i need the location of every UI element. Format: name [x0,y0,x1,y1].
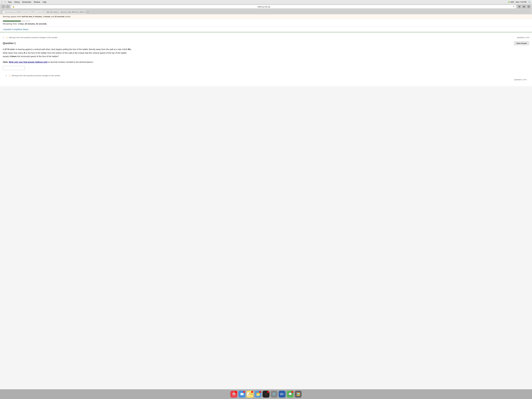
dock-badge-calendar: ! [235,391,237,393]
save-answer-button[interactable]: Save Answer [514,41,529,45]
warning-banner: Warnings appear when half the time, 5 mi… [0,14,532,19]
dock-item-gear[interactable]: ⚙️ [271,391,278,398]
remaining-time-value: 1 hour, 26 minutes, 52 seconds. [18,23,47,25]
tab-bar: a/bbcswebdav/pid-2356884-dt-content-rid-… [1,9,531,13]
question-header-right: Save Answer [514,41,529,45]
question-line2: Write down how many [3,52,24,54]
dock-item-music[interactable]: ♫ 3 [263,391,269,398]
question-line3-prefix: equals [3,55,9,57]
battery-icon: 🔋 [508,1,510,3]
question-body-prefix: A [3,48,5,51]
menu-bar-left:  t View History Bookmarks Window Help [2,1,46,3]
dock-item-notes[interactable]: 📝 JUL 1 [247,391,253,398]
question-bold4: 3 times [9,55,17,57]
new-tab-button[interactable]: ⊞ [522,5,526,9]
tab-title: Take Test: Exam-2 – (Summer_2020_MATH101… [46,11,86,13]
address-bar[interactable] [16,6,512,8]
note-label: Note [3,61,8,63]
tab-url: a/bbcswebdav/pid-2356884-dt-content-rid-… [4,11,44,13]
browser-right-buttons: ⬆ ⊞ ☰ [517,5,531,9]
note-underline-text: Write only your final answer (without un… [9,61,48,63]
progress-bar-fill [3,20,21,22]
menu-item-t[interactable]: t [5,1,5,3]
nav-warning-text-top: Moving to the next question prevents cha… [9,36,58,38]
question-counter-top: Question 1 of 8 [517,36,529,38]
question-bold3: ft [24,52,25,54]
dock-item-calendar[interactable]: 📅 9 416 ! [230,391,237,398]
address-bar-container: 🔒 ↻ [11,5,516,8]
warning-bold1: half the time, 5 minutes, 1 minute, [22,16,51,18]
menu-item-history[interactable]: History [14,1,20,3]
progress-bar-container [3,20,31,22]
warning-triangle-icon-bottom: ⚠ [9,74,11,77]
nav-warning-text-bottom: Moving to the next question prevents cha… [12,75,61,77]
question-number: Question 1 [3,42,16,45]
question-counter-bottom: Question 1 of 8 [3,78,529,83]
warning-suffix: and [51,16,55,18]
dock-badge-notes: 1 [251,391,253,393]
lock-icon: 🔒 [13,6,14,8]
warning-end: remain. [64,16,71,18]
question-bold2: 0.1 ft/s. [124,48,132,51]
search-icon[interactable]: 🔍 [528,1,530,3]
nav-warning-top: ↳ ⚠ Moving to the next question prevents… [3,35,529,40]
question-header: Question 1 Save Answer [3,41,529,45]
question-line3-suffix: the horizontal speed of the foot of the … [17,55,59,57]
warning-bold2: 30 seconds [55,16,64,18]
nav-buttons: ‹ › [1,5,10,9]
add-tab-button[interactable]: + [86,11,90,13]
note-suffix: as decimal numbers rounded to two decima… [48,61,93,63]
answer-input[interactable] [3,66,25,70]
question-body-mid1: ladder is leaning against a vertical wal… [9,48,124,51]
clock: Mon 7:33 PM [516,1,526,3]
menu-item-window[interactable]: Window [34,1,40,3]
back-button[interactable]: ‹ [1,5,5,9]
dock-item-messages[interactable]: 💬 1 [287,391,294,398]
page-content: Warnings appear when half the time, 5 mi… [0,14,532,389]
note-area: (Note: Write only your final answer (wit… [3,61,529,63]
dock-badge-music: 3 [267,391,269,393]
active-tab[interactable]: a/bbcswebdav/pid-2356884-dt-content-rid-… [3,11,44,13]
question-bold1: 27 ft [5,48,9,51]
remaining-time: Remaining Time: 1 hour, 26 minutes, 52 s… [3,23,529,25]
menu-item-view[interactable]: View [8,1,12,3]
question-area: ↳ ⚠ Moving to the next question prevents… [0,32,532,86]
warning-prefix: Warnings appear when [3,16,22,18]
remaining-time-label: Remaining Time: [3,23,18,25]
menu-bar-right: 🔋 83% Mon 7:33 PM 🔍 [508,1,530,3]
menu-bar:  t View History Bookmarks Window Help 🔋… [0,0,532,4]
nav-arrow-bottom: ↳ [6,75,7,77]
inactive-tab[interactable]: Take Test: Exam-2 – (Summer_2020_MATH101… [44,11,86,13]
dock: 📅 9 416 ! ✉️ 28 📝 JUL 1 🗂️ 1 ♫ 3 ⚙️ W W … [0,389,532,399]
dock-badge-finder: 1 [259,391,261,393]
sidebar-button[interactable]: ☰ [527,5,531,9]
question-line2b: is the foot of the ladder from the botto… [25,52,127,54]
nav-warning-bottom: ↳ ⚠ Moving to the next question prevents… [3,71,529,78]
menu-item-apple[interactable]:  [2,1,2,3]
dock-badge-mail: 28 [243,391,245,393]
share-button[interactable]: ⬆ [517,5,521,9]
warning-triangle-icon-top: ⚠ [6,36,8,39]
question-body: A 27 ft ladder is leaning against a vert… [3,48,529,58]
menu-item-help[interactable]: Help [43,1,46,3]
reload-button[interactable]: ↻ [513,6,514,8]
dock-item-mail[interactable]: ✉️ 28 [238,391,245,398]
nav-arrow-top: ↳ [3,36,4,38]
dock-item-finder[interactable]: 🗂️ 1 [254,391,261,398]
dock-item-word[interactable]: W W [279,391,285,398]
progress-area: Remaining Time: 1 hour, 26 minutes, 52 s… [0,19,532,27]
dock-badge-messages: 1 [291,391,293,393]
menu-item-bookmarks[interactable]: Bookmarks [22,1,31,3]
completion-status-bar: Question Completion Status: [0,27,532,32]
completion-status-link[interactable]: Question Completion Status: [3,28,29,31]
note-colon: : [8,61,9,63]
browser-chrome: ‹ › 🔒 ↻ ⬆ ⊞ ☰ a/bbcswebdav/pid-2356884-d… [0,4,532,14]
forward-button[interactable]: › [6,5,10,9]
battery-status: 🔋 83% [508,1,514,3]
browser-toolbar: ‹ › 🔒 ↻ ⬆ ⊞ ☰ [1,5,531,9]
dock-item-misc[interactable]: 🖼️ [295,391,302,398]
